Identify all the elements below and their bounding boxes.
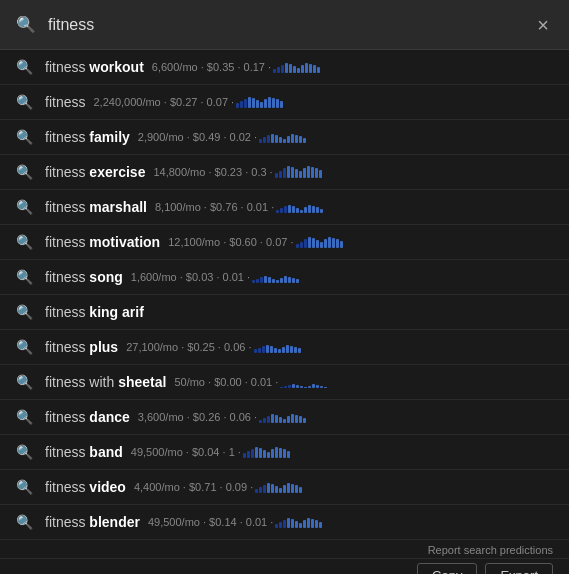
search-icon: 🔍: [16, 94, 33, 110]
search-icon: 🔍: [16, 304, 33, 320]
list-item[interactable]: 🔍fitness song1,600/mo · $0.03 · 0.01 ·: [0, 260, 569, 295]
list-item[interactable]: 🔍fitness king arif: [0, 295, 569, 330]
suggestion-meta: 50/mo · $0.00 · 0.01 ·: [174, 376, 278, 388]
suggestion-text: fitness: [45, 94, 85, 110]
list-item[interactable]: 🔍fitness plus27,100/mo · $0.25 · 0.06 ·: [0, 330, 569, 365]
search-icon: 🔍: [16, 59, 33, 75]
search-icon: 🔍: [16, 339, 33, 355]
suggestion-text: fitness dance: [45, 409, 130, 425]
suggestion-meta: 3,600/mo · $0.26 · 0.06 ·: [138, 411, 257, 423]
footer-section: Report search predictions: [0, 540, 569, 558]
search-bar: 🔍 ×: [0, 0, 569, 50]
suggestion-meta: 8,100/mo · $0.76 · 0.01 ·: [155, 201, 274, 213]
list-item[interactable]: 🔍fitness2,240,000/mo · $0.27 · 0.07 ·: [0, 85, 569, 120]
search-icon: 🔍: [16, 199, 33, 215]
bar-chart: [252, 271, 299, 283]
list-item[interactable]: 🔍fitness with sheetal50/mo · $0.00 · 0.0…: [0, 365, 569, 400]
bar-chart: [255, 481, 302, 493]
suggestion-text: fitness family: [45, 129, 130, 145]
action-row: Copy Export: [0, 558, 569, 574]
suggestion-text: fitness plus: [45, 339, 118, 355]
search-icon: 🔍: [16, 164, 33, 180]
suggestion-meta: 4,400/mo · $0.71 · 0.09 ·: [134, 481, 253, 493]
suggestion-meta: 14,800/mo · $0.23 · 0.3 ·: [153, 166, 272, 178]
suggestion-text: fitness band: [45, 444, 123, 460]
list-item[interactable]: 🔍fitness motivation12,100/mo · $0.60 · 0…: [0, 225, 569, 260]
suggestion-text: fitness video: [45, 479, 126, 495]
suggestions-list: 🔍fitness workout6,600/mo · $0.35 · 0.17 …: [0, 50, 569, 540]
suggestion-text: fitness with sheetal: [45, 374, 166, 390]
list-item[interactable]: 🔍fitness dance3,600/mo · $0.26 · 0.06 ·: [0, 400, 569, 435]
bar-chart: [275, 516, 322, 528]
search-input[interactable]: [48, 16, 533, 34]
bar-chart: [276, 201, 323, 213]
list-item[interactable]: 🔍fitness video4,400/mo · $0.71 · 0.09 ·: [0, 470, 569, 505]
bar-chart: [259, 411, 306, 423]
bar-chart: [280, 376, 327, 388]
search-icon: 🔍: [16, 129, 33, 145]
report-link[interactable]: Report search predictions: [428, 544, 553, 556]
suggestion-meta: 1,600/mo · $0.03 · 0.01 ·: [131, 271, 250, 283]
bar-chart: [243, 446, 290, 458]
suggestion-meta: 49,500/mo · $0.04 · 1 ·: [131, 446, 241, 458]
suggestion-text: fitness exercise: [45, 164, 145, 180]
suggestion-meta: 6,600/mo · $0.35 · 0.17 ·: [152, 61, 271, 73]
suggestion-meta: 49,500/mo · $0.14 · 0.01 ·: [148, 516, 273, 528]
search-icon: 🔍: [16, 409, 33, 425]
suggestion-meta: 2,900/mo · $0.49 · 0.02 ·: [138, 131, 257, 143]
search-icon: 🔍: [16, 479, 33, 495]
clear-button[interactable]: ×: [533, 11, 553, 39]
list-item[interactable]: 🔍fitness band49,500/mo · $0.04 · 1 ·: [0, 435, 569, 470]
suggestion-text: fitness king arif: [45, 304, 144, 320]
bar-chart: [273, 61, 320, 73]
suggestion-text: fitness marshall: [45, 199, 147, 215]
search-icon: 🔍: [16, 234, 33, 250]
suggestion-meta: 12,100/mo · $0.60 · 0.07 ·: [168, 236, 293, 248]
suggestion-text: fitness motivation: [45, 234, 160, 250]
copy-button[interactable]: Copy: [417, 563, 477, 574]
list-item[interactable]: 🔍fitness blender49,500/mo · $0.14 · 0.01…: [0, 505, 569, 540]
bar-chart: [296, 236, 343, 248]
search-icon: 🔍: [16, 444, 33, 460]
list-item[interactable]: 🔍fitness marshall8,100/mo · $0.76 · 0.01…: [0, 190, 569, 225]
search-icon: 🔍: [16, 374, 33, 390]
suggestion-text: fitness blender: [45, 514, 140, 530]
search-icon: 🔍: [16, 269, 33, 285]
list-item[interactable]: 🔍fitness workout6,600/mo · $0.35 · 0.17 …: [0, 50, 569, 85]
search-icon: 🔍: [16, 514, 33, 530]
suggestion-text: fitness workout: [45, 59, 144, 75]
suggestion-meta: 2,240,000/mo · $0.27 · 0.07 ·: [93, 96, 234, 108]
bar-chart: [259, 131, 306, 143]
list-item[interactable]: 🔍fitness family2,900/mo · $0.49 · 0.02 ·: [0, 120, 569, 155]
bar-chart: [275, 166, 322, 178]
export-button[interactable]: Export: [485, 563, 553, 574]
list-item[interactable]: 🔍fitness exercise14,800/mo · $0.23 · 0.3…: [0, 155, 569, 190]
bar-chart: [236, 96, 283, 108]
bar-chart: [254, 341, 301, 353]
suggestion-meta: 27,100/mo · $0.25 · 0.06 ·: [126, 341, 251, 353]
suggestion-text: fitness song: [45, 269, 123, 285]
search-icon: 🔍: [16, 15, 36, 34]
